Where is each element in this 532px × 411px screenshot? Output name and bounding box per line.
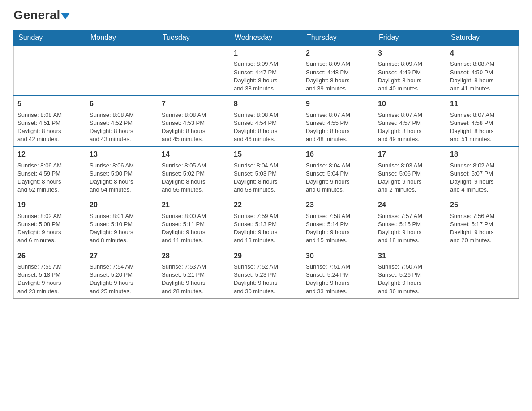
calendar-cell: 27Sunrise: 7:54 AM Sunset: 5:20 PM Dayli…	[86, 248, 158, 299]
day-number: 11	[450, 99, 515, 109]
day-number: 18	[450, 150, 515, 159]
day-number: 20	[90, 200, 154, 210]
day-info: Sunrise: 8:02 AM Sunset: 5:08 PM Dayligh…	[17, 212, 82, 245]
calendar-week-row: 5Sunrise: 8:08 AM Sunset: 4:51 PM Daylig…	[14, 96, 519, 146]
day-number: 8	[234, 99, 298, 109]
day-number: 3	[378, 48, 442, 58]
calendar-cell: 31Sunrise: 7:50 AM Sunset: 5:26 PM Dayli…	[374, 248, 446, 299]
day-info: Sunrise: 8:09 AM Sunset: 4:49 PM Dayligh…	[378, 60, 442, 93]
calendar-cell	[158, 46, 230, 96]
day-info: Sunrise: 8:09 AM Sunset: 4:48 PM Dayligh…	[306, 60, 370, 93]
page-header: General	[13, 9, 519, 22]
day-info: Sunrise: 8:02 AM Sunset: 5:07 PM Dayligh…	[450, 162, 515, 194]
calendar-cell: 11Sunrise: 8:07 AM Sunset: 4:58 PM Dayli…	[446, 96, 519, 146]
day-number: 4	[450, 48, 515, 58]
calendar-cell	[86, 46, 158, 96]
day-number: 30	[306, 251, 370, 261]
day-info: Sunrise: 8:07 AM Sunset: 4:58 PM Dayligh…	[450, 111, 515, 144]
day-info: Sunrise: 8:09 AM Sunset: 4:47 PM Dayligh…	[234, 60, 298, 93]
day-header-saturday: Saturday	[446, 30, 519, 46]
day-header-sunday: Sunday	[14, 30, 86, 46]
day-info: Sunrise: 8:07 AM Sunset: 4:57 PM Dayligh…	[378, 111, 442, 144]
logo: General	[13, 9, 70, 22]
calendar-cell: 16Sunrise: 8:04 AM Sunset: 5:04 PM Dayli…	[302, 146, 374, 197]
day-info: Sunrise: 8:08 AM Sunset: 4:53 PM Dayligh…	[162, 111, 226, 144]
day-number: 6	[90, 99, 154, 109]
day-number: 1	[234, 48, 298, 58]
day-number: 5	[17, 99, 82, 109]
calendar-cell: 30Sunrise: 7:51 AM Sunset: 5:24 PM Dayli…	[302, 248, 374, 299]
day-info: Sunrise: 8:01 AM Sunset: 5:10 PM Dayligh…	[90, 212, 154, 245]
day-info: Sunrise: 8:06 AM Sunset: 4:59 PM Dayligh…	[17, 162, 82, 194]
day-info: Sunrise: 7:53 AM Sunset: 5:21 PM Dayligh…	[162, 263, 226, 295]
day-info: Sunrise: 8:08 AM Sunset: 4:51 PM Dayligh…	[17, 111, 82, 144]
calendar-week-row: 12Sunrise: 8:06 AM Sunset: 4:59 PM Dayli…	[14, 146, 519, 197]
day-number: 31	[378, 251, 442, 261]
day-number: 10	[378, 99, 442, 109]
day-number: 19	[17, 200, 82, 210]
day-number: 22	[234, 200, 298, 210]
calendar-cell	[14, 46, 86, 96]
day-number: 2	[306, 48, 370, 58]
day-number: 23	[306, 200, 370, 210]
calendar-cell: 9Sunrise: 8:07 AM Sunset: 4:55 PM Daylig…	[302, 96, 374, 146]
logo-main: General	[13, 9, 70, 21]
calendar-cell: 19Sunrise: 8:02 AM Sunset: 5:08 PM Dayli…	[14, 197, 86, 248]
day-header-friday: Friday	[374, 30, 446, 46]
day-info: Sunrise: 7:51 AM Sunset: 5:24 PM Dayligh…	[306, 263, 370, 295]
day-number: 15	[234, 150, 298, 159]
calendar-cell: 14Sunrise: 8:05 AM Sunset: 5:02 PM Dayli…	[158, 146, 230, 197]
calendar-header-row: SundayMondayTuesdayWednesdayThursdayFrid…	[14, 30, 519, 46]
day-number: 13	[90, 150, 154, 159]
day-header-monday: Monday	[86, 30, 158, 46]
calendar-cell: 29Sunrise: 7:52 AM Sunset: 5:23 PM Dayli…	[230, 248, 302, 299]
calendar-cell: 20Sunrise: 8:01 AM Sunset: 5:10 PM Dayli…	[86, 197, 158, 248]
day-info: Sunrise: 8:06 AM Sunset: 5:00 PM Dayligh…	[90, 162, 154, 194]
day-number: 17	[378, 150, 442, 159]
calendar-cell: 5Sunrise: 8:08 AM Sunset: 4:51 PM Daylig…	[14, 96, 86, 146]
calendar-week-row: 1Sunrise: 8:09 AM Sunset: 4:47 PM Daylig…	[14, 46, 519, 96]
calendar-cell: 18Sunrise: 8:02 AM Sunset: 5:07 PM Dayli…	[446, 146, 519, 197]
day-info: Sunrise: 8:05 AM Sunset: 5:02 PM Dayligh…	[162, 162, 226, 194]
calendar-cell: 8Sunrise: 8:08 AM Sunset: 4:54 PM Daylig…	[230, 96, 302, 146]
day-number: 25	[450, 200, 515, 210]
day-info: Sunrise: 8:04 AM Sunset: 5:03 PM Dayligh…	[234, 162, 298, 194]
calendar-cell: 12Sunrise: 8:06 AM Sunset: 4:59 PM Dayli…	[14, 146, 86, 197]
calendar-cell: 28Sunrise: 7:53 AM Sunset: 5:21 PM Dayli…	[158, 248, 230, 299]
day-info: Sunrise: 8:07 AM Sunset: 4:55 PM Dayligh…	[306, 111, 370, 144]
day-number: 12	[17, 150, 82, 159]
day-info: Sunrise: 7:52 AM Sunset: 5:23 PM Dayligh…	[234, 263, 298, 295]
day-info: Sunrise: 7:57 AM Sunset: 5:15 PM Dayligh…	[378, 212, 442, 245]
calendar-cell: 21Sunrise: 8:00 AM Sunset: 5:11 PM Dayli…	[158, 197, 230, 248]
calendar-cell: 6Sunrise: 8:08 AM Sunset: 4:52 PM Daylig…	[86, 96, 158, 146]
day-number: 29	[234, 251, 298, 261]
day-info: Sunrise: 7:59 AM Sunset: 5:13 PM Dayligh…	[234, 212, 298, 245]
calendar-cell: 24Sunrise: 7:57 AM Sunset: 5:15 PM Dayli…	[374, 197, 446, 248]
day-number: 27	[90, 251, 154, 261]
day-header-tuesday: Tuesday	[158, 30, 230, 46]
day-info: Sunrise: 8:08 AM Sunset: 4:50 PM Dayligh…	[450, 60, 515, 93]
day-info: Sunrise: 8:00 AM Sunset: 5:11 PM Dayligh…	[162, 212, 226, 245]
day-number: 14	[162, 150, 226, 159]
logo-triangle-icon	[61, 13, 70, 19]
calendar-cell: 23Sunrise: 7:58 AM Sunset: 5:14 PM Dayli…	[302, 197, 374, 248]
calendar-cell: 26Sunrise: 7:55 AM Sunset: 5:18 PM Dayli…	[14, 248, 86, 299]
calendar-week-row: 26Sunrise: 7:55 AM Sunset: 5:18 PM Dayli…	[14, 248, 519, 299]
day-info: Sunrise: 8:03 AM Sunset: 5:06 PM Dayligh…	[378, 162, 442, 194]
calendar-cell: 4Sunrise: 8:08 AM Sunset: 4:50 PM Daylig…	[446, 46, 519, 96]
day-info: Sunrise: 8:04 AM Sunset: 5:04 PM Dayligh…	[306, 162, 370, 194]
calendar-cell: 2Sunrise: 8:09 AM Sunset: 4:48 PM Daylig…	[302, 46, 374, 96]
day-info: Sunrise: 8:08 AM Sunset: 4:54 PM Dayligh…	[234, 111, 298, 144]
day-number: 21	[162, 200, 226, 210]
day-info: Sunrise: 7:54 AM Sunset: 5:20 PM Dayligh…	[90, 263, 154, 295]
calendar-cell: 17Sunrise: 8:03 AM Sunset: 5:06 PM Dayli…	[374, 146, 446, 197]
day-info: Sunrise: 8:08 AM Sunset: 4:52 PM Dayligh…	[90, 111, 154, 144]
calendar-cell: 15Sunrise: 8:04 AM Sunset: 5:03 PM Dayli…	[230, 146, 302, 197]
calendar-cell: 25Sunrise: 7:56 AM Sunset: 5:17 PM Dayli…	[446, 197, 519, 248]
calendar-cell: 22Sunrise: 7:59 AM Sunset: 5:13 PM Dayli…	[230, 197, 302, 248]
day-number: 9	[306, 99, 370, 109]
day-header-thursday: Thursday	[302, 30, 374, 46]
calendar-cell: 3Sunrise: 8:09 AM Sunset: 4:49 PM Daylig…	[374, 46, 446, 96]
calendar-cell: 7Sunrise: 8:08 AM Sunset: 4:53 PM Daylig…	[158, 96, 230, 146]
day-number: 28	[162, 251, 226, 261]
